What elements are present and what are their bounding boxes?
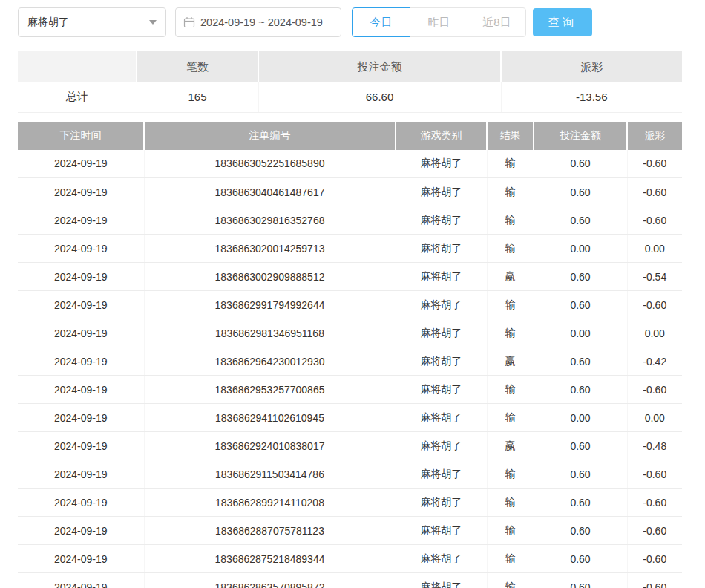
- cell-game-type: 麻将胡了: [396, 489, 487, 517]
- cell-payout: -0.60: [627, 489, 682, 517]
- cell-bet-id: 1836863002909888512: [144, 263, 396, 291]
- cell-bet-id: 1836862991794992644: [144, 291, 396, 319]
- cell-game-type: 麻将胡了: [396, 517, 487, 545]
- cell-game-type: 麻将胡了: [396, 291, 487, 319]
- cell-payout: -0.60: [627, 460, 682, 489]
- cell-game-type: 麻将胡了: [396, 178, 487, 206]
- cell-bet-time: 2024-09-19: [18, 319, 144, 347]
- table-row: 2024-09-191836863040461487617麻将胡了输0.60-0…: [18, 178, 682, 206]
- cell-bet-time: 2024-09-19: [18, 432, 144, 460]
- cell-game-type: 麻将胡了: [396, 263, 487, 291]
- cell-game-type: 麻将胡了: [396, 545, 487, 573]
- cell-result: 输: [487, 376, 534, 404]
- cell-payout: -0.48: [627, 432, 682, 460]
- cell-bet-id: 1836862875218489344: [144, 545, 396, 573]
- cell-bet-amount: 0.60: [534, 517, 627, 545]
- cell-payout: -0.60: [627, 206, 682, 235]
- cell-bet-amount: 0.60: [534, 489, 627, 517]
- records-table: 下注时间 注单编号 游戏类别 结果 投注金额 派彩 2024-09-191836…: [18, 122, 682, 588]
- cell-result: 输: [487, 517, 534, 545]
- summary-header-count: 笔数: [137, 51, 258, 82]
- cell-result: 输: [487, 206, 534, 235]
- summary-table: 笔数 投注金额 派彩 总计 165 66.60 -13.56: [18, 51, 682, 113]
- query-button[interactable]: 查询: [533, 8, 592, 36]
- table-row: 2024-09-191836863020014259713麻将胡了输0.000.…: [18, 235, 682, 263]
- cell-result: 输: [487, 150, 534, 178]
- cell-game-type: 麻将胡了: [396, 150, 487, 178]
- cell-game-type: 麻将胡了: [396, 235, 487, 263]
- game-select[interactable]: 麻将胡了: [18, 7, 166, 37]
- summary-corner-cell: [18, 51, 137, 82]
- cell-bet-amount: 0.60: [534, 178, 627, 206]
- header-bet-amount: 投注金额: [534, 122, 627, 150]
- cell-bet-id: 1836862964230012930: [144, 347, 396, 376]
- cell-bet-id: 1836862924010838017: [144, 432, 396, 460]
- cell-payout: 0.00: [627, 319, 682, 347]
- header-bet-time: 下注时间: [18, 122, 144, 150]
- header-result: 结果: [487, 122, 534, 150]
- cell-result: 输: [487, 489, 534, 517]
- cell-bet-time: 2024-09-19: [18, 178, 144, 206]
- cell-result: 输: [487, 460, 534, 489]
- cell-result: 赢: [487, 347, 534, 376]
- cell-bet-amount: 0.60: [534, 573, 627, 588]
- cell-game-type: 麻将胡了: [396, 319, 487, 347]
- cell-result: 输: [487, 291, 534, 319]
- cell-bet-amount: 0.60: [534, 150, 627, 178]
- cell-game-type: 麻将胡了: [396, 460, 487, 489]
- date-range-input[interactable]: 2024-09-19 ~ 2024-09-19: [175, 7, 341, 37]
- cell-bet-amount: 0.60: [534, 347, 627, 376]
- cell-result: 赢: [487, 432, 534, 460]
- cell-bet-id: 1836862911503414786: [144, 460, 396, 489]
- cell-payout: 0.00: [627, 235, 682, 263]
- cell-bet-time: 2024-09-19: [18, 489, 144, 517]
- cell-bet-time: 2024-09-19: [18, 573, 144, 588]
- cell-payout: -0.60: [627, 291, 682, 319]
- summary-total-bet-amount: 66.60: [258, 82, 501, 112]
- date-range-value: 2024-09-19 ~ 2024-09-19: [200, 16, 323, 28]
- last-8-days-button[interactable]: 近8日: [468, 7, 526, 37]
- summary-header-bet-amount: 投注金额: [258, 51, 501, 82]
- table-row: 2024-09-191836863002909888512麻将胡了赢0.60-0…: [18, 263, 682, 291]
- cell-payout: -0.42: [627, 347, 682, 376]
- table-row: 2024-09-191836862911503414786麻将胡了输0.60-0…: [18, 460, 682, 489]
- summary-header-row: 笔数 投注金额 派彩: [18, 51, 682, 82]
- cell-payout: -0.60: [627, 376, 682, 404]
- cell-payout: -0.60: [627, 150, 682, 178]
- summary-total-row: 总计 165 66.60 -13.56: [18, 82, 682, 112]
- cell-bet-time: 2024-09-19: [18, 404, 144, 432]
- cell-payout: -0.60: [627, 517, 682, 545]
- table-row: 2024-09-191836862863570895872麻将胡了输0.60-0…: [18, 573, 682, 588]
- cell-bet-id: 1836863040461487617: [144, 178, 396, 206]
- table-row: 2024-09-191836862924010838017麻将胡了赢0.60-0…: [18, 432, 682, 460]
- table-row: 2024-09-191836862953257700865麻将胡了输0.60-0…: [18, 376, 682, 404]
- table-row: 2024-09-191836862964230012930麻将胡了赢0.60-0…: [18, 347, 682, 376]
- calendar-icon: [183, 16, 195, 28]
- cell-bet-time: 2024-09-19: [18, 460, 144, 489]
- cell-bet-amount: 0.60: [534, 545, 627, 573]
- today-button[interactable]: 今日: [352, 7, 410, 37]
- cell-bet-amount: 0.00: [534, 235, 627, 263]
- cell-payout: -0.60: [627, 178, 682, 206]
- cell-game-type: 麻将胡了: [396, 573, 487, 588]
- cell-result: 赢: [487, 263, 534, 291]
- cell-game-type: 麻将胡了: [396, 206, 487, 235]
- cell-bet-time: 2024-09-19: [18, 206, 144, 235]
- records-header-row: 下注时间 注单编号 游戏类别 结果 投注金额 派彩: [18, 122, 682, 150]
- cell-bet-time: 2024-09-19: [18, 376, 144, 404]
- cell-bet-amount: 0.00: [534, 404, 627, 432]
- cell-payout: 0.00: [627, 404, 682, 432]
- cell-payout: -0.60: [627, 545, 682, 573]
- cell-payout: -0.54: [627, 263, 682, 291]
- summary-header-payout: 派彩: [501, 51, 682, 82]
- header-game-type: 游戏类别: [396, 122, 487, 150]
- yesterday-button[interactable]: 昨日: [410, 7, 468, 37]
- cell-bet-id: 1836863029816352768: [144, 206, 396, 235]
- cell-bet-time: 2024-09-19: [18, 347, 144, 376]
- cell-game-type: 麻将胡了: [396, 376, 487, 404]
- cell-bet-time: 2024-09-19: [18, 517, 144, 545]
- cell-result: 输: [487, 545, 534, 573]
- summary-total-payout: -13.56: [501, 82, 682, 112]
- cell-bet-id: 1836863052251685890: [144, 150, 396, 178]
- summary-total-label: 总计: [18, 82, 137, 112]
